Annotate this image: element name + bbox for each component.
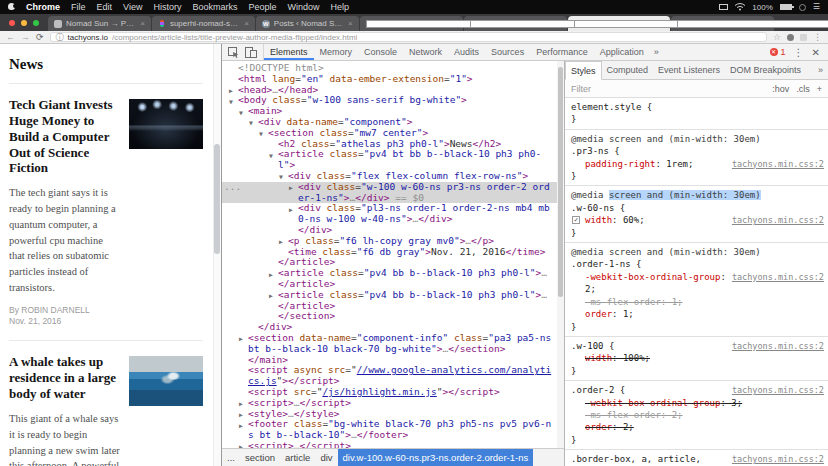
css-rule[interactable]: @media screen and (min-width: 30em).pr3-… bbox=[565, 130, 828, 187]
devtools-tabs-overflow[interactable]: » bbox=[650, 44, 663, 60]
css-rule[interactable]: tachyons.min.css:2.order-2 {-webkit-box-… bbox=[565, 381, 828, 450]
breadcrumb-section[interactable]: section bbox=[240, 449, 280, 466]
browser-tab[interactable]: TACHYONS - Collections | Vi× bbox=[671, 16, 774, 31]
notification-center-icon[interactable]: ☰ bbox=[813, 3, 820, 11]
styles-filter-input[interactable]: Filter bbox=[571, 84, 591, 94]
expand-arrow-right-icon[interactable]: ▶ bbox=[239, 421, 243, 432]
css-declaration[interactable]: -webkit-box-ordinal-group: 3; bbox=[571, 397, 824, 409]
article-list-item[interactable]: Tech Giant Invests Huge Money to Build a… bbox=[9, 83, 203, 340]
browser-menu-icon[interactable]: ⋮ bbox=[813, 32, 822, 42]
article-title[interactable]: A whale takes up residence in a large bo… bbox=[9, 354, 121, 402]
css-declaration[interactable]: -ms-flex-order: 2; bbox=[571, 409, 824, 421]
menu-item-window[interactable]: Window bbox=[287, 2, 319, 12]
article-title[interactable]: Tech Giant Invests Huge Money to Build a… bbox=[9, 97, 121, 176]
browser-tab[interactable]: TACHYONS - Css Toolkit× bbox=[360, 16, 463, 31]
browser-tab[interactable]: Nomad Sun → Project Guide× bbox=[48, 16, 151, 31]
dom-node[interactable]: ▶<section data-name="component-info" cla… bbox=[222, 333, 564, 355]
menu-item-people[interactable]: People bbox=[248, 2, 276, 12]
article-list-item[interactable]: A whale takes up residence in a large bo… bbox=[9, 340, 203, 466]
expand-arrow-right-icon[interactable]: ▶ bbox=[269, 270, 273, 281]
breadcrumb-article[interactable]: article bbox=[280, 449, 315, 466]
clock-icon[interactable] bbox=[799, 4, 806, 11]
minimize-window-button[interactable] bbox=[21, 20, 27, 26]
browser-tab[interactable]: TACHYONS - Article Lists | Ti× bbox=[568, 16, 671, 31]
close-window-button[interactable] bbox=[9, 20, 15, 26]
devtools-tab-performance[interactable]: Performance bbox=[530, 44, 594, 60]
menu-app-name[interactable]: Chrome bbox=[26, 2, 60, 12]
sidebar-tabs-overflow[interactable]: » bbox=[813, 61, 828, 79]
menu-item-file[interactable]: File bbox=[71, 2, 86, 12]
css-declaration[interactable]: width: 100%; bbox=[571, 352, 824, 364]
css-declaration[interactable]: ✓width: 60%; bbox=[571, 214, 824, 226]
css-declaration[interactable]: -ms-flex-order: 1; bbox=[571, 296, 824, 308]
extension-icon[interactable] bbox=[787, 34, 794, 41]
elements-scrollbar[interactable] bbox=[557, 61, 564, 448]
devtools-tab-application[interactable]: Application bbox=[594, 44, 650, 60]
console-error-badge[interactable]: ✕1 bbox=[770, 47, 786, 57]
forward-button[interactable]: → bbox=[21, 33, 30, 42]
tab-close-icon[interactable]: × bbox=[140, 19, 145, 28]
css-declaration[interactable]: padding-right: 1rem; bbox=[571, 158, 824, 170]
tab-close-icon[interactable]: × bbox=[348, 19, 353, 28]
devtools-tab-memory[interactable]: Memory bbox=[314, 44, 359, 60]
breadcrumb-div[interactable]: div bbox=[315, 449, 337, 466]
devtools-tab-sources[interactable]: Sources bbox=[485, 44, 530, 60]
menu-item-history[interactable]: History bbox=[153, 2, 181, 12]
elements-scrollbar-thumb[interactable] bbox=[558, 67, 563, 297]
expand-arrow-right-icon[interactable]: ▶ bbox=[289, 183, 293, 194]
address-bar[interactable]: ⓘ tachyons.io /components/article-lists/… bbox=[50, 32, 767, 42]
back-button[interactable]: ← bbox=[6, 33, 15, 42]
devtools-tab-audits[interactable]: Audits bbox=[448, 44, 485, 60]
bookmark-star-icon[interactable]: ☆ bbox=[773, 32, 781, 42]
dom-node[interactable]: ▼<article class="pv4 bt bb b--black-10 p… bbox=[222, 149, 564, 171]
sidebar-tab-dom-breakpoints[interactable]: DOM Breakpoints bbox=[725, 61, 806, 79]
zoom-window-button[interactable] bbox=[33, 20, 39, 26]
css-rule[interactable]: tachyons.min.css:2.border-box, a, articl… bbox=[565, 450, 828, 466]
browser-tab[interactable]: TACHYONS - Components× bbox=[464, 16, 567, 31]
css-declaration[interactable]: -webkit-box-ordinal-group: 2; bbox=[571, 271, 824, 296]
page-scrollbar-thumb[interactable] bbox=[214, 144, 220, 254]
browser-tab[interactable]: superhi-nomad-sun – Figma× bbox=[152, 16, 255, 31]
devtools-tab-console[interactable]: Console bbox=[358, 44, 403, 60]
new-style-rule-button[interactable]: + bbox=[817, 84, 822, 94]
dom-tree[interactable]: <!DOCTYPE html><html lang="en" data-embe… bbox=[222, 61, 564, 448]
devtools-close-icon[interactable]: ✕ bbox=[812, 47, 820, 58]
expand-arrow-right-icon[interactable]: ▶ bbox=[239, 334, 243, 345]
menu-item-help[interactable]: Help bbox=[330, 2, 349, 12]
sidebar-tab-computed[interactable]: Computed bbox=[602, 61, 654, 79]
page-scrollbar[interactable] bbox=[213, 44, 221, 466]
sidebar-tab-event-listeners[interactable]: Event Listeners bbox=[653, 61, 725, 79]
expand-arrow-right-icon[interactable]: ▶ bbox=[239, 442, 243, 448]
dom-node-selected[interactable]: ...▶<div class="w-100 w-60-ns pr3-ns ord… bbox=[222, 182, 564, 204]
expand-arrow-down-icon[interactable]: ▼ bbox=[269, 151, 273, 162]
devtools-tab-network[interactable]: Network bbox=[403, 44, 448, 60]
page-info-icon[interactable]: ⓘ bbox=[56, 32, 64, 43]
toggle-element-state-button[interactable]: :hov bbox=[772, 84, 789, 94]
css-rule[interactable]: element.style {} bbox=[565, 98, 828, 130]
dom-node[interactable]: <script async src="//www.google-analytic… bbox=[222, 365, 564, 387]
css-rule[interactable]: tachyons.min.css:2.w-100 {width: 100%;} bbox=[565, 337, 828, 381]
device-toolbar-icon[interactable] bbox=[245, 47, 257, 58]
css-declaration[interactable]: order: 1; bbox=[571, 308, 824, 320]
sidebar-tab-styles[interactable]: Styles bbox=[565, 61, 602, 80]
declaration-checkbox[interactable]: ✓ bbox=[572, 216, 580, 224]
css-declaration[interactable]: order: 2; bbox=[571, 421, 824, 433]
stylesheet-link[interactable]: tachyons.min.css:2 bbox=[732, 453, 824, 465]
browser-tab[interactable]: WPosts ‹ Nomad Sun — WordPr× bbox=[256, 16, 359, 31]
css-rules-list[interactable]: element.style {}@media screen and (min-w… bbox=[565, 98, 828, 466]
devtools-menu-icon[interactable]: ⋮ bbox=[794, 47, 804, 58]
dom-node[interactable]: ▶<footer class="bg-white black-70 ph3 ph… bbox=[222, 419, 564, 441]
dom-node[interactable]: ▶<div class="pl3-ns order-1 order-2-ns m… bbox=[222, 203, 564, 225]
breadcrumb-[interactable]: ... bbox=[222, 449, 240, 466]
element-classes-button[interactable]: .cls bbox=[796, 84, 810, 94]
stylesheet-link[interactable]: tachyons.min.css:2 bbox=[732, 384, 824, 396]
dom-node[interactable]: <time class="f6 db gray">Nov. 21, 2016</… bbox=[222, 247, 564, 258]
expand-arrow-right-icon[interactable]: ▶ bbox=[289, 205, 293, 216]
dom-node[interactable]: ▶<article class="pv4 bb b--black-10 ph3 … bbox=[222, 268, 564, 290]
dom-node[interactable]: ▶<article class="pv4 bb b--black-10 ph3 … bbox=[222, 290, 564, 312]
devtools-tab-elements[interactable]: Elements bbox=[264, 44, 314, 60]
menu-item-edit[interactable]: Edit bbox=[97, 2, 113, 12]
extension-icon-2[interactable] bbox=[800, 34, 807, 41]
css-rule[interactable]: @media screen and (min-width: 30em).orde… bbox=[565, 243, 828, 337]
apple-menu-icon[interactable] bbox=[8, 3, 16, 11]
